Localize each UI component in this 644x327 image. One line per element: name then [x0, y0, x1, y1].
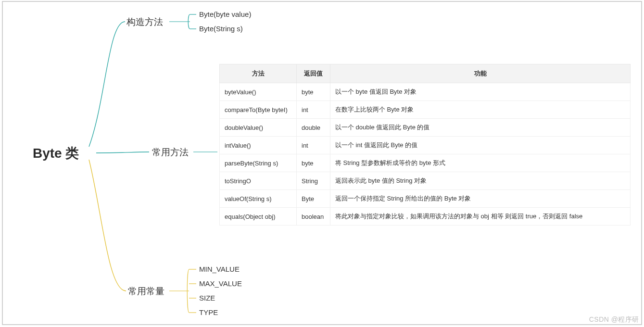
leaf-constant-2: MAX_VALUE — [199, 279, 242, 288]
th-method: 方法 — [220, 64, 297, 83]
table-row: valueOf(String s) Byte 返回一个保持指定 String 所… — [220, 190, 631, 208]
table-row: parseByte(String s) byte 将 String 型参数解析成… — [220, 154, 631, 172]
cell-return: double — [297, 119, 330, 137]
root-node: Byte 类 — [33, 144, 79, 163]
branch-methods: 常用方法 — [152, 146, 189, 159]
cell-method: valueOf(String s) — [220, 190, 297, 208]
leaf-constant-1: MIN_VALUE — [199, 265, 240, 273]
table-row: intValue() int 以一个 int 值返回此 Byte 的值 — [220, 137, 631, 154]
cell-method: byteValue() — [220, 83, 297, 101]
branch-constructors: 构造方法 — [126, 16, 163, 28]
cell-return: Byte — [297, 190, 330, 208]
cell-desc: 以一个 double 值返回此 Byte 的值 — [330, 119, 631, 137]
cell-method: compareTo(Byte byteI) — [220, 101, 297, 119]
leaf-constructor-2: Byte(String s) — [199, 25, 243, 33]
cell-method: parseByte(String s) — [220, 154, 297, 172]
cell-method: intValue() — [220, 137, 297, 154]
table-row: toStringO String 返回表示此 byte 值的 String 对象 — [220, 172, 631, 190]
watermark: CSDN @程序研 — [589, 315, 639, 324]
table-row: equals(Object obj) boolean 将此对象与指定对象比较，如… — [220, 208, 631, 226]
table-row: byteValue() byte 以一个 byte 值返回 Byte 对象 — [220, 83, 631, 101]
cell-desc: 将 String 型参数解析成等价的 byte 形式 — [330, 154, 631, 172]
cell-desc: 返回表示此 byte 值的 String 对象 — [330, 172, 631, 190]
cell-desc: 以一个 int 值返回此 Byte 的值 — [330, 137, 631, 154]
th-desc: 功能 — [330, 64, 631, 83]
branch-constants: 常用常量 — [128, 285, 164, 298]
cell-return: int — [297, 137, 330, 154]
cell-method: toStringO — [220, 172, 297, 190]
table-row: doubleValue() double 以一个 double 值返回此 Byt… — [220, 119, 631, 137]
leaf-constant-4: TYPE — [199, 308, 218, 316]
cell-return: byte — [297, 154, 330, 172]
cell-return: String — [297, 172, 330, 190]
cell-desc: 返回一个保持指定 String 所给出的值的 Byte 对象 — [330, 190, 631, 208]
table-header-row: 方法 返回值 功能 — [220, 64, 631, 83]
cell-return: int — [297, 101, 330, 119]
cell-desc: 将此对象与指定对象比较，如果调用该方法的对象与 obj 相等 则返回 true，… — [330, 208, 631, 226]
methods-table: 方法 返回值 功能 byteValue() byte 以一个 byte 值返回 … — [219, 64, 631, 226]
cell-method: equals(Object obj) — [220, 208, 297, 226]
cell-return: byte — [297, 83, 330, 101]
cell-return: boolean — [297, 208, 330, 226]
cell-desc: 在数字上比较两个 Byte 对象 — [330, 101, 631, 119]
th-return: 返回值 — [297, 64, 330, 83]
cell-desc: 以一个 byte 值返回 Byte 对象 — [330, 83, 631, 101]
table-row: compareTo(Byte byteI) int 在数字上比较两个 Byte … — [220, 101, 631, 119]
leaf-constant-3: SIZE — [199, 294, 215, 302]
leaf-constructor-1: Byte(byte value) — [199, 10, 251, 18]
cell-method: doubleValue() — [220, 119, 297, 137]
